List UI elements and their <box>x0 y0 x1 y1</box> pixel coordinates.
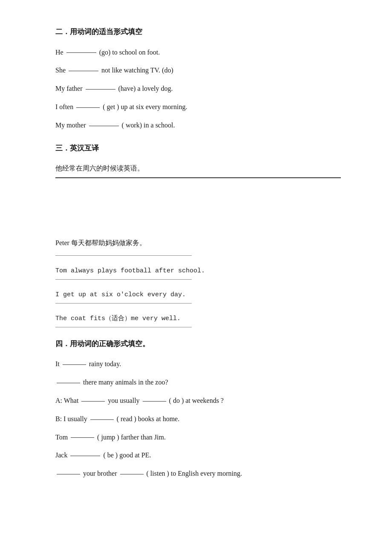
s4-3-before: A: What <box>55 397 78 404</box>
s4-item-2: there many animals in the zoo? <box>55 376 341 389</box>
s4-item-1: It rainy today. <box>55 358 341 370</box>
section3-title: 三．英汉互译 <box>55 142 341 155</box>
s2-3-blank[interactable] <box>86 89 115 90</box>
s4-item-4: B: I usually ( read ) books at home. <box>55 413 341 425</box>
s2-item-2: She not like watching TV. (do) <box>55 64 341 77</box>
s4-5-before: Tom <box>55 434 68 441</box>
s2-item-1: He (go) to school on foot. <box>55 46 341 59</box>
s3-answer-line-1 <box>55 177 341 178</box>
s2-5-after: ( work) in a school. <box>122 121 175 129</box>
s4-7-after: ( listen ) to English every morning. <box>147 470 242 477</box>
s3-tom-answer-line <box>55 279 192 280</box>
s4-1-blank[interactable] <box>63 364 86 365</box>
s2-4-after: ( get ) up at six every morning. <box>103 103 187 110</box>
s2-item-4: I often ( get ) up at six every morning. <box>55 101 341 113</box>
s2-5-blank[interactable] <box>89 126 119 126</box>
s2-5-before: My mother <box>55 121 86 129</box>
s4-3-mid: you usually <box>108 397 139 404</box>
s4-item-7: your brother ( listen ) to English every… <box>55 468 341 480</box>
s4-7-blank1[interactable] <box>57 474 80 474</box>
s4-6-before: Jack <box>55 451 67 459</box>
s3-peter-sentence: Peter 每天都帮助妈妈做家务。 <box>55 237 341 249</box>
s4-3-blank2[interactable] <box>143 401 166 402</box>
s4-6-blank[interactable] <box>70 456 100 456</box>
s4-3-blank1[interactable] <box>81 401 105 402</box>
s2-1-blank[interactable] <box>66 52 96 53</box>
s4-4-blank[interactable] <box>90 419 114 420</box>
s4-1-before: It <box>55 360 60 367</box>
s2-2-blank[interactable] <box>69 71 98 71</box>
s2-1-after: (go) to school on foot. <box>99 49 160 56</box>
s2-item-5: My mother ( work) in a school. <box>55 119 341 132</box>
s3-tom-sentence: Tom always plays football after school. <box>55 265 341 277</box>
s4-1-after: rainy today. <box>89 360 121 367</box>
s4-4-before: B: I usually <box>55 415 87 422</box>
s4-6-after: ( be ) good at PE. <box>103 451 151 459</box>
s4-item-6: Jack ( be ) good at PE. <box>55 449 341 462</box>
s4-7-mid: your brother <box>83 470 117 477</box>
s3-getup-answer-line <box>55 303 192 304</box>
page-spacer <box>55 186 341 237</box>
s4-5-after: ( jump ) farther than Jim. <box>97 434 166 441</box>
s2-4-blank[interactable] <box>76 107 100 108</box>
s2-2-before: She <box>55 66 66 74</box>
s3-peter-answer-line <box>55 255 192 256</box>
section2-title: 二．用动词的适当形式填空 <box>55 26 341 39</box>
s2-3-after: (have) a lovely dog. <box>118 85 173 92</box>
s2-2-after: not like watching TV. (do) <box>101 66 173 74</box>
s2-item-3: My father (have) a lovely dog. <box>55 83 341 95</box>
s3-coat-sentence: The coat fits（适合）me very well. <box>55 313 341 324</box>
section3-translation: 他经常在周六的时候读英语。 <box>55 162 341 178</box>
s3-chinese-1: 他经常在周六的时候读英语。 <box>55 162 341 175</box>
s3-coat-answer-line <box>55 327 192 327</box>
section4-title: 四．用动词的正确形式填空。 <box>55 338 341 351</box>
s2-4-before: I often <box>55 103 73 110</box>
s3-getup-sentence: I get up at six o'clock every day. <box>55 289 341 301</box>
s4-2-after: there many animals in the zoo? <box>83 379 168 386</box>
s4-4-after: ( read ) books at home. <box>117 415 180 422</box>
s2-3-before: My father <box>55 85 83 92</box>
s4-item-3: A: What you usually ( do ) at weekends ? <box>55 395 341 407</box>
s4-3-after: ( do ) at weekends ? <box>169 397 224 404</box>
s4-item-5: Tom ( jump ) farther than Jim. <box>55 431 341 444</box>
s4-2-blank[interactable] <box>57 383 80 383</box>
s3-peter-text: Peter 每天都帮助妈妈做家务。 <box>55 239 146 246</box>
s4-5-blank[interactable] <box>71 437 94 438</box>
s2-1-before: He <box>55 49 63 56</box>
s4-7-blank2[interactable] <box>120 474 144 474</box>
